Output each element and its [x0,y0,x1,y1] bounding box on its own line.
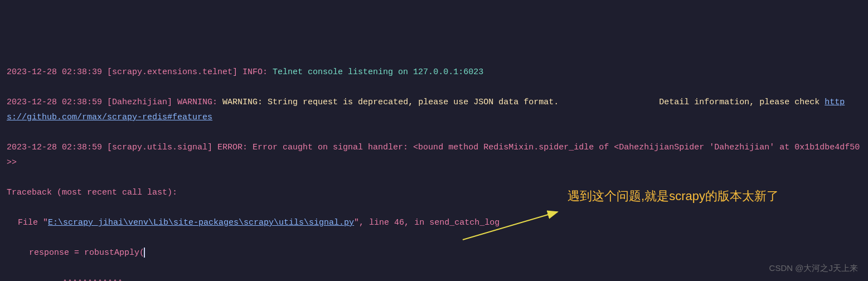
log-message: Telnet console listening on 127.0.0.1:60… [273,67,483,77]
user-annotation-text: 遇到这个问题,就是scrapy的版本太新了 [568,185,779,207]
csdn-watermark: CSDN @大河之J天上来 [769,260,858,275]
traceback-file: File "E:\scrapy_jihai\venv\Lib\site-pack… [7,215,861,230]
log-line-info: 2023-12-28 02:38:39 [scrapy.extensions.t… [7,65,861,80]
log-line-error: 2023-12-28 02:38:59 [scrapy.utils.signal… [7,140,861,170]
timestamp-module: 2023-12-28 02:38:39 [scrapy.extensions.t… [7,67,273,77]
cursor-icon [144,248,145,258]
traceback-caret: ^^^^^^^^^^^^ [7,275,861,281]
file-link[interactable]: E:\scrapy_jihai\venv\Lib\site-packages\s… [48,218,354,227]
log-line-warning: 2023-12-28 02:38:59 [Dahezhijian] WARNIN… [7,95,861,125]
traceback-code: response = robustApply( [7,245,861,260]
timestamp-module: 2023-12-28 02:38:59 [Dahezhijian] WARNIN… [7,98,222,107]
warning-message: WARNING: String request is deprecated, p… [222,98,825,107]
